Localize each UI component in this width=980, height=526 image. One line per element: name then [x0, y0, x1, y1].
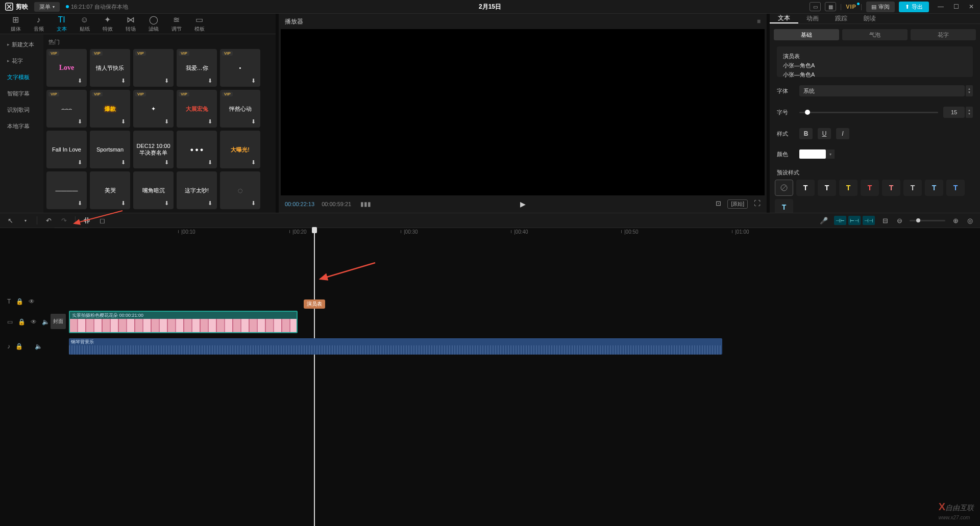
tab-text-props[interactable]: 文本	[770, 14, 798, 23]
download-icon[interactable]: ⬇	[121, 159, 128, 166]
sidebar-item-smart-caption[interactable]: 智能字幕	[0, 85, 43, 102]
template-item[interactable]: VIP⬇	[133, 49, 174, 87]
download-icon[interactable]: ⬇	[164, 200, 172, 207]
sidebar-item-lyrics[interactable]: 识别歌词	[0, 102, 43, 118]
sidebar-item-new-text[interactable]: ▸新建文本	[0, 36, 43, 53]
mute-icon[interactable]: 🔈	[35, 343, 42, 350]
menu-button[interactable]: 菜单▾	[34, 2, 60, 12]
crop-button[interactable]: ◻	[98, 216, 106, 224]
preset-style[interactable]: T	[818, 180, 836, 196]
sidebar-item-text-template[interactable]: 文字模板	[0, 69, 43, 85]
maximize-button[interactable]: ☐	[952, 3, 960, 10]
fit-zoom-icon[interactable]: ◎	[966, 216, 974, 224]
focus-icon[interactable]: ⊡	[716, 199, 721, 209]
player-canvas[interactable]	[281, 29, 765, 195]
playhead-handle[interactable]	[312, 227, 317, 233]
align-icon[interactable]: ⊟	[881, 216, 889, 224]
tab-media[interactable]: ⊞媒体	[4, 14, 27, 34]
download-icon[interactable]: ⬇	[164, 78, 172, 85]
export-button[interactable]: ⬆导出	[899, 2, 929, 12]
size-slider[interactable]	[799, 112, 938, 113]
lock-icon[interactable]: 🔒	[16, 298, 23, 305]
zoom-in-icon[interactable]: ⊕	[951, 216, 960, 224]
download-icon[interactable]: ⬇	[121, 78, 128, 85]
template-item[interactable]: DEC12 10:00 半决赛名单⬇	[133, 131, 174, 168]
color-swatch[interactable]	[799, 149, 826, 159]
template-item[interactable]: VIP⌢⌢⌢⬇	[46, 90, 87, 128]
download-icon[interactable]: ⬇	[208, 78, 215, 85]
text-clip[interactable]: 演员表	[304, 299, 325, 309]
redo-button[interactable]: ↷	[60, 216, 68, 224]
subtab-basic[interactable]: 基础	[774, 29, 839, 40]
undo-button[interactable]: ↶	[44, 216, 53, 224]
download-icon[interactable]: ⬇	[251, 200, 258, 207]
tab-audio[interactable]: ♪音频	[27, 14, 50, 34]
text-content-editor[interactable]: 演员表 小张—角色A 小张—角色A	[777, 46, 973, 77]
layout-1-button[interactable]: ▭	[810, 2, 821, 11]
fullscreen-icon[interactable]: ⛶	[754, 199, 761, 209]
zoom-slider[interactable]	[910, 220, 945, 221]
sidebar-item-local-caption[interactable]: 本地字幕	[0, 118, 43, 134]
preset-style[interactable]: T	[796, 180, 815, 196]
split-button[interactable]	[83, 216, 91, 224]
download-icon[interactable]: ⬇	[164, 159, 172, 166]
tab-tts[interactable]: 朗读	[855, 14, 884, 23]
playhead[interactable]	[314, 228, 315, 526]
visibility-icon[interactable]: 👁	[29, 298, 35, 305]
project-title[interactable]: 2月15日	[479, 3, 501, 11]
template-item[interactable]: VIPLove⬇	[46, 49, 87, 87]
download-icon[interactable]: ⬇	[78, 78, 85, 85]
template-item[interactable]: VIP情人节快乐⬇	[90, 49, 130, 87]
play-button[interactable]: ▶	[520, 200, 526, 208]
audio-clip[interactable]: 钢琴背景乐	[69, 338, 722, 355]
template-item[interactable]: VIP•⬇	[220, 49, 260, 87]
download-icon[interactable]: ⬇	[78, 200, 85, 207]
vip-badge[interactable]: VIP	[846, 4, 856, 10]
download-icon[interactable]: ⬇	[208, 118, 215, 126]
subtab-fancy[interactable]: 花字	[911, 29, 976, 40]
close-button[interactable]: ✕	[968, 3, 975, 10]
preset-style[interactable]: T	[861, 180, 879, 196]
template-item[interactable]: ————⬇	[46, 171, 87, 209]
tab-tracking[interactable]: 跟踪	[827, 14, 855, 23]
template-item[interactable]: VIP爆款⬇	[90, 90, 130, 128]
download-icon[interactable]: ⬇	[251, 118, 258, 126]
snap-button-2[interactable]: ⊢⊣	[848, 216, 861, 225]
template-item[interactable]: ◌⬇	[220, 171, 260, 209]
tab-effect[interactable]: ✦特效	[96, 14, 119, 34]
download-icon[interactable]: ⬇	[121, 118, 128, 126]
timeline-ruler[interactable]: |00:10|00:20|00:30|00:40|00:50|01:00	[48, 228, 980, 237]
preset-style[interactable]: T	[925, 180, 943, 196]
review-button[interactable]: ▤审阅	[866, 2, 895, 12]
bold-button[interactable]: B	[799, 128, 813, 139]
timecode-toggle-icon[interactable]: ▮▮▮	[360, 201, 371, 208]
tab-text[interactable]: TI文本	[50, 14, 73, 34]
template-item[interactable]: Fall In Love⬇	[46, 131, 87, 168]
sidebar-item-fancy-text[interactable]: ▸花字	[0, 53, 43, 69]
player-menu-icon[interactable]: ≡	[757, 18, 761, 25]
zoom-out-icon[interactable]: ⊖	[895, 216, 903, 224]
template-item[interactable]: VIP我爱…你⬇	[177, 49, 217, 87]
tab-transition[interactable]: ⋈转场	[119, 14, 142, 34]
aspect-ratio-button[interactable]: [原始]	[727, 199, 748, 209]
download-icon[interactable]: ⬇	[208, 159, 215, 166]
video-clip[interactable]: 实景拍摄粉色樱花花朵 00:00:21:00	[69, 311, 298, 333]
size-stepper[interactable]: ▲▼	[966, 107, 973, 118]
tab-adjust[interactable]: ≊调节	[165, 14, 188, 34]
template-item[interactable]: VIP怦然心动⬇	[220, 90, 260, 128]
download-icon[interactable]: ⬇	[164, 118, 172, 126]
preset-style[interactable]: T	[839, 180, 857, 196]
tab-sticker[interactable]: ☺贴纸	[73, 14, 96, 34]
template-item[interactable]: ● ● ●⬇	[177, 131, 217, 168]
cover-frame[interactable]: 封面	[51, 314, 66, 329]
download-icon[interactable]: ⬇	[251, 159, 258, 166]
template-item[interactable]: 大曝光!⬇	[220, 131, 260, 168]
template-item[interactable]: 美哭⬇	[90, 171, 130, 209]
underline-button[interactable]: U	[818, 128, 831, 139]
download-icon[interactable]: ⬇	[121, 200, 128, 207]
download-icon[interactable]: ⬇	[78, 159, 85, 166]
tab-filter[interactable]: ◯滤镜	[142, 14, 165, 34]
mic-icon[interactable]: 🎤	[820, 216, 828, 224]
template-item[interactable]: Sportsman⬇	[90, 131, 130, 168]
font-select[interactable]: 系统	[799, 85, 965, 96]
